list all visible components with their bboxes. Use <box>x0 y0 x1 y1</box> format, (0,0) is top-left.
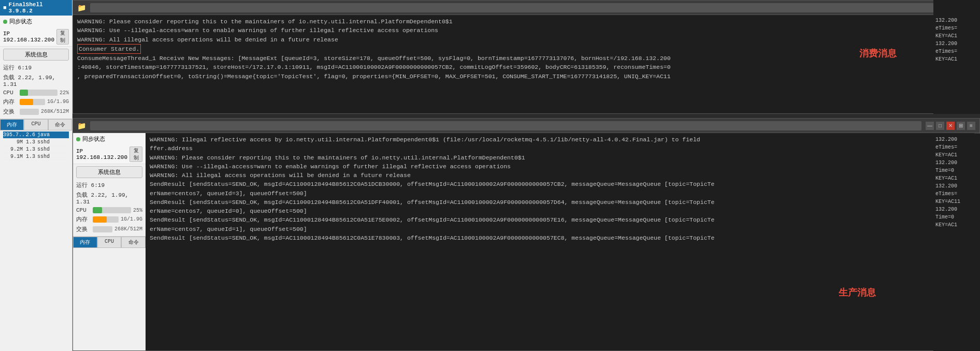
load-row: 负载 2.22, 1.99, 1.31 <box>0 72 72 89</box>
consume-msg-line-1: ConsumeMessageThread_1 Receive New Messa… <box>77 54 975 63</box>
bt-line-3: WARNING: Please consider reporting this … <box>150 153 975 162</box>
consume-msg-line-3: , preparedTransactionOffset=0, toString(… <box>77 72 975 81</box>
swap-value: 268K/512M <box>41 109 69 114</box>
sync-status-label: 同步状态 <box>9 18 32 25</box>
mem-bar-inner-2 <box>93 216 107 223</box>
cpu-bar-inner-2 <box>93 207 102 213</box>
right-overflow-bottom: 132.200 eTimes= KEY=AC1 132.200 Time=0 K… <box>933 134 980 351</box>
terminal-bottom-body[interactable]: WARNING: Illegal reflective access by io… <box>146 133 979 350</box>
copy-button[interactable]: 复制 <box>56 29 69 45</box>
cpu-value: 22% <box>60 90 69 96</box>
tab-mem-2[interactable]: 内存 <box>73 237 97 248</box>
cpu-bar-row-2: CPU 25% <box>73 206 146 214</box>
sys-info-button[interactable]: 系统信息 <box>3 49 69 61</box>
sync-status-row: 同步状态 <box>0 16 72 27</box>
ro-b-9: KEY=AC11 <box>935 198 978 206</box>
ro-b-1: 132.200 <box>935 136 978 143</box>
bt-line-1: WARNING: Illegal reflective access by io… <box>150 135 975 144</box>
proc-name-0: java <box>37 132 69 138</box>
process-row-2[interactable]: 9.2M 1.3 sshd <box>3 146 69 153</box>
proc-name-1: sshd <box>37 139 69 145</box>
proc-name-3: sshd <box>37 154 69 159</box>
ip-label: IP 192.168.132.200 <box>3 31 54 43</box>
proc-cpu-1: 1.3 <box>25 139 35 145</box>
swap-value-2: 268K/512M <box>114 226 142 232</box>
ro-6: KEY=AC1 <box>935 55 978 63</box>
right-overflow-top: 132.200 eTimes= KEY=AC1 132.200 eTimes= … <box>933 0 980 114</box>
bt-line-2: ffer.address <box>150 144 975 153</box>
terminal-bottom: 📁 — □ ✕ ⊞ ≡ 同步状态 IP 192.168.132.200 复制 系… <box>73 118 980 351</box>
mem-label: 内存 <box>3 98 18 106</box>
load-row-2: 负载 2.22, 1.99, 1.31 <box>73 190 146 206</box>
list-view-btn-bottom[interactable]: ≡ <box>967 122 975 130</box>
proc-name-2: sshd <box>37 147 69 152</box>
warn-line-2: WARNING: Use --illegal-access=warn to en… <box>77 26 975 35</box>
tab-cmd-2[interactable]: 命令 <box>121 237 146 248</box>
process-row-1[interactable]: 9M 1.3 sshd <box>3 139 69 146</box>
bt-line-11: erName=centos7, queueId=1], queueOffset=… <box>150 225 975 233</box>
process-row-3[interactable]: 9.1M 1.3 sshd <box>3 153 69 160</box>
mem-value: 1G/1.9G <box>47 99 69 105</box>
tab-cpu-2[interactable]: CPU <box>97 237 122 248</box>
mem-bar-outer <box>20 99 45 105</box>
process-row-0[interactable]: 395.7... 2.6 java <box>3 131 69 139</box>
ro-5: eTimes= <box>935 48 978 55</box>
ro-4: 132.200 <box>935 40 978 48</box>
runtime-row-2: 运行 6:19 <box>73 180 146 190</box>
mem-bar-outer-2 <box>93 216 119 223</box>
ip-label-2: IP 192.168.132.200 <box>76 148 127 160</box>
consume-msg-line-2: :40846, storeTimestamp=1677773137521, st… <box>77 63 975 71</box>
ro-b-3: KEY=AC1 <box>935 151 978 159</box>
app-title-bar: ■ FinalShell 3.9.8.2 <box>0 0 72 16</box>
mem-bar-row: 内存 1G/1.9G <box>0 97 72 107</box>
close-btn[interactable]: ✕ <box>946 122 955 130</box>
proc-mem-3: 9.1M <box>3 154 23 159</box>
ro-b-5: Time=0 <box>935 167 978 174</box>
sidebar-bottom: 同步状态 IP 192.168.132.200 复制 系统信息 运行 6:19 … <box>73 133 146 350</box>
cpu-bar-outer-2 <box>93 207 131 213</box>
main-content: 📁 ⊞ ≡ WARNING: Please consider reporting… <box>73 0 980 351</box>
bt-line-7: erName=centos7, queueId=3], queueOffset=… <box>150 189 975 198</box>
sync-dot-2 <box>76 137 80 141</box>
terminal-bottom-titlebar: 📁 — □ ✕ ⊞ ≡ <box>73 119 979 133</box>
tab-mem[interactable]: 内存 <box>0 119 24 130</box>
ro-b-8: eTimes= <box>935 190 978 198</box>
mem-label-2: 内存 <box>76 215 91 223</box>
proc-cpu-3: 1.3 <box>25 154 35 159</box>
ro-b-12: KEY=AC1 <box>935 221 978 229</box>
ro-3: KEY=AC1 <box>935 32 978 40</box>
app-icon: ■ <box>3 5 7 11</box>
ro-b-2: eTimes= <box>935 143 978 151</box>
cpu-bar-inner <box>20 90 28 96</box>
mem-bar-row-2: 内存 1G/1.9G <box>73 214 146 224</box>
mem-value-2: 1G/1.9G <box>121 216 142 222</box>
restore-btn[interactable]: □ <box>936 122 944 130</box>
bt-line-12: SendResult [sendStatus=SEND_OK, msgId=AC… <box>150 233 975 242</box>
ro-b-7: 132.200 <box>935 182 978 190</box>
proc-mem-0: 395.7... <box>3 132 23 138</box>
ro-b-10: 132.200 <box>935 206 978 213</box>
terminal-top-titlebar: 📁 ⊞ ≡ <box>73 1 979 15</box>
bt-line-5: WARNING: All illegal access operations w… <box>150 171 975 180</box>
sync-status-row-2: 同步状态 <box>73 133 146 145</box>
sys-info-button-2[interactable]: 系统信息 <box>76 166 142 178</box>
swap-bar-row-2: 交换 268K/512M <box>73 224 146 234</box>
swap-label-2: 交换 <box>76 225 91 233</box>
cpu-bar-row: CPU 22% <box>0 89 72 97</box>
swap-bar-outer <box>20 109 39 115</box>
folder-icon[interactable]: 📁 <box>77 4 86 12</box>
minimize-btn[interactable]: — <box>926 122 934 130</box>
grid-view-btn-bottom[interactable]: ⊞ <box>957 122 965 130</box>
terminal-top: 📁 ⊞ ≡ WARNING: Please consider reporting… <box>73 0 980 114</box>
copy-button-2[interactable]: 复制 <box>129 147 142 162</box>
proc-mem-2: 9.2M <box>3 147 23 152</box>
path-bar-bottom <box>90 121 921 130</box>
proc-cpu-2: 1.3 <box>25 147 35 152</box>
terminal-top-body[interactable]: WARNING: Please consider reporting this … <box>73 15 979 113</box>
tab-cpu[interactable]: CPU <box>24 119 48 130</box>
folder-icon-bottom[interactable]: 📁 <box>77 122 86 130</box>
sync-status-label-2: 同步状态 <box>82 135 105 143</box>
proc-cpu-0: 2.6 <box>25 132 35 138</box>
ro-b-4: 132.200 <box>935 159 978 167</box>
tab-cmd[interactable]: 命令 <box>48 119 72 130</box>
